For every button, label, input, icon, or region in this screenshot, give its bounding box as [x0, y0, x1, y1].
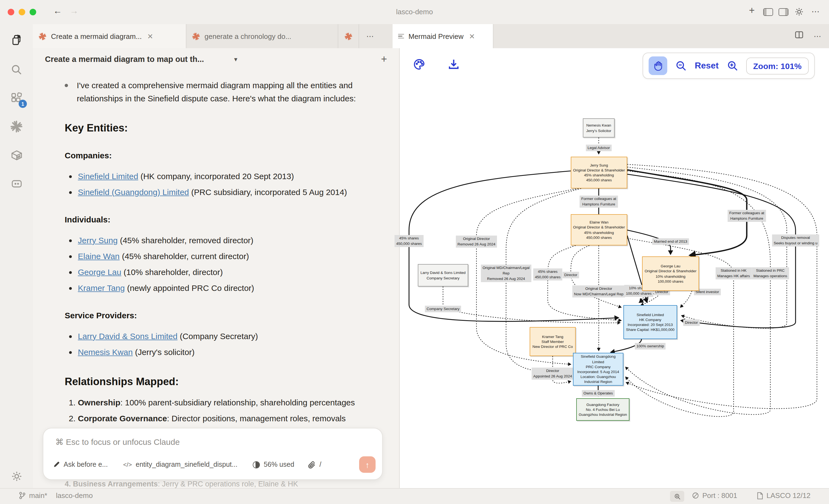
zoom-tool-item[interactable]	[670, 491, 684, 502]
plus-icon[interactable]: +	[749, 5, 755, 16]
palette-icon[interactable]	[413, 58, 426, 71]
tab-label: Create a mermaid diagram...	[51, 32, 142, 40]
list-item: Larry David & Sons Limited (Company Secr…	[78, 330, 372, 343]
slash-command-icon[interactable]: /	[319, 461, 321, 468]
list-item: Sinefield (Guangdong) Limited (PRC subsi…	[78, 186, 372, 199]
gear-icon[interactable]	[794, 7, 804, 16]
lasco-file-item[interactable]: LASCO 12/12	[757, 492, 810, 500]
entity-link[interactable]: Kramer Tang	[78, 283, 125, 293]
send-button[interactable]: ↑	[359, 456, 375, 473]
pan-hand-icon[interactable]	[649, 56, 667, 75]
ellipsis-icon[interactable]: ⋯	[812, 7, 820, 16]
claude-chat-panel: Create a mermaid diagram to map out th..…	[33, 48, 399, 489]
split-editor-icon[interactable]	[795, 31, 803, 38]
port-item[interactable]: Port : 8001	[692, 492, 737, 500]
entity-link[interactable]: Jerry Sung	[78, 236, 118, 245]
editor-tab-bar: Create a mermaid diagram... ✕ generate a…	[33, 24, 829, 49]
bullet-list: Sinefield Limited (HK company, incorpora…	[65, 170, 372, 199]
section-heading: Individuals:	[65, 213, 372, 226]
list-item: Jerry Sung (45% shareholder, removed dir…	[78, 234, 372, 247]
assistant-message: I've created a comprehensive mermaid dia…	[65, 79, 372, 105]
section-heading: Companies:	[65, 149, 372, 162]
zoom-in-status-icon	[674, 493, 681, 500]
section-heading: Service Providers:	[65, 309, 372, 322]
preview-toolbar	[413, 58, 460, 71]
claude-spark-icon	[344, 32, 353, 40]
conversation-title[interactable]: Create a mermaid diagram to map out th..…	[45, 55, 204, 64]
robot-icon[interactable]	[9, 177, 24, 191]
new-conversation-plus-icon[interactable]: +	[381, 53, 387, 65]
code-context-icon: </>	[123, 461, 132, 468]
window-title: lasco-demo	[0, 8, 829, 16]
claude-spark-icon	[192, 32, 200, 40]
usage-meter-icon	[253, 461, 260, 468]
extensions-icon[interactable]: 1	[9, 91, 24, 105]
list-item: Nemesis Kwan (Jerry's solicitor)	[78, 346, 372, 359]
conversation-header: Create a mermaid diagram to map out th..…	[33, 48, 399, 72]
activity-bar: 1	[0, 24, 33, 489]
zoom-out-icon[interactable]	[675, 60, 687, 72]
context-file-label[interactable]: entity_diagram_sinefield_disput...	[136, 461, 238, 468]
chevron-down-icon[interactable]: ▼	[233, 56, 239, 63]
files-icon[interactable]	[9, 33, 24, 47]
permission-mode-label[interactable]: Ask before e...	[64, 461, 108, 468]
close-tab-icon[interactable]: ✕	[147, 32, 153, 40]
usage-label: 56% used	[264, 461, 294, 468]
list-item: Ownership: 100% parent-subsidiary relati…	[78, 396, 372, 409]
list-item: Corporate Governance: Director positions…	[78, 412, 372, 425]
entity-link[interactable]: Elaine Wan	[78, 251, 119, 261]
file-icon	[757, 492, 763, 499]
list-item: George Lau (10% shareholder, director)	[78, 266, 372, 279]
bullet-dot	[65, 84, 68, 87]
bullet-list: Jerry Sung (45% shareholder, removed dir…	[65, 234, 372, 295]
panel-right-icon[interactable]	[779, 8, 788, 16]
chat-message-area: I've created a comprehensive mermaid dia…	[65, 72, 372, 489]
claude-spark-icon[interactable]	[9, 119, 24, 134]
chat-input-toolbar: Ask before e... </> entity_diagram_sinef…	[53, 456, 375, 473]
numbered-list: Ownership: 100% parent-subsidiary relati…	[65, 396, 372, 425]
faded-list-item: 4. Business Arrangements: Jerry & PRC op…	[65, 480, 298, 488]
zoom-level-indicator[interactable]: Zoom: 101%	[746, 57, 809, 74]
settings-gear-icon[interactable]	[9, 469, 24, 483]
list-item: Elaine Wan (45% shareholder, current dir…	[78, 250, 372, 263]
entity-link[interactable]: Larry David & Sons Limited	[78, 332, 178, 341]
chat-input-placeholder: ⌘ Esc to focus or unfocus Claude	[56, 437, 180, 447]
app-window: ← → lasco-demo + ⋯ 1	[0, 0, 829, 504]
more-tabs-ellipsis-icon[interactable]: ⋯	[366, 32, 374, 41]
extensions-badge: 1	[19, 100, 27, 108]
entity-link[interactable]: Nemesis Kwan	[78, 347, 133, 357]
section-heading: Relationships Mapped:	[65, 375, 372, 388]
git-branch-icon	[19, 492, 26, 500]
tab-mermaid-preview[interactable]: Mermaid Preview ✕	[393, 24, 494, 48]
pencil-icon[interactable]	[53, 461, 60, 468]
status-bar: main* lasco-demo Port : 8001 LASCO 12/12	[0, 488, 829, 504]
tab-generate-chronology[interactable]: generate a chronology do...	[186, 24, 338, 48]
entity-link[interactable]: Sinefield (Guangdong) Limited	[78, 187, 189, 197]
mermaid-preview-panel: Reset Zoom: 101%	[399, 48, 829, 489]
titlebar: ← → lasco-demo + ⋯	[0, 0, 829, 24]
close-tab-icon[interactable]: ✕	[469, 32, 475, 40]
list-item: Sinefield Limited (HK company, incorpora…	[78, 170, 372, 183]
port-slash-icon	[692, 492, 699, 499]
bullet-list: Larry David & Sons Limited (Company Secr…	[65, 330, 372, 359]
claude-spark-icon	[38, 32, 47, 40]
tab-overflow-spark[interactable]	[338, 24, 359, 48]
tab-label: Mermaid Preview	[408, 32, 464, 40]
chat-input-box[interactable]: ⌘ Esc to focus or unfocus Claude Ask bef…	[43, 428, 383, 480]
tab-label: generate a chronology do...	[205, 32, 291, 40]
search-icon[interactable]	[9, 63, 24, 77]
entity-link[interactable]: Sinefield Limited	[78, 171, 138, 181]
package-icon[interactable]	[9, 148, 24, 162]
entity-link[interactable]: George Lau	[78, 267, 121, 277]
reset-button[interactable]: Reset	[695, 61, 719, 71]
preview-lines-icon	[398, 33, 404, 40]
list-item: Kramer Tang (newly appointed PRC Co dire…	[78, 281, 372, 295]
zoom-in-icon[interactable]	[726, 60, 738, 72]
panel-left-icon[interactable]	[763, 8, 773, 16]
tab-create-mermaid-diagram[interactable]: Create a mermaid diagram... ✕	[33, 24, 186, 48]
git-branch-item[interactable]: main*	[19, 492, 47, 500]
project-name-item[interactable]: lasco-demo	[56, 492, 93, 500]
download-icon[interactable]	[447, 58, 460, 71]
paperclip-icon[interactable]	[307, 460, 316, 469]
editor-actions-ellipsis-icon[interactable]: ⋯	[814, 32, 821, 41]
